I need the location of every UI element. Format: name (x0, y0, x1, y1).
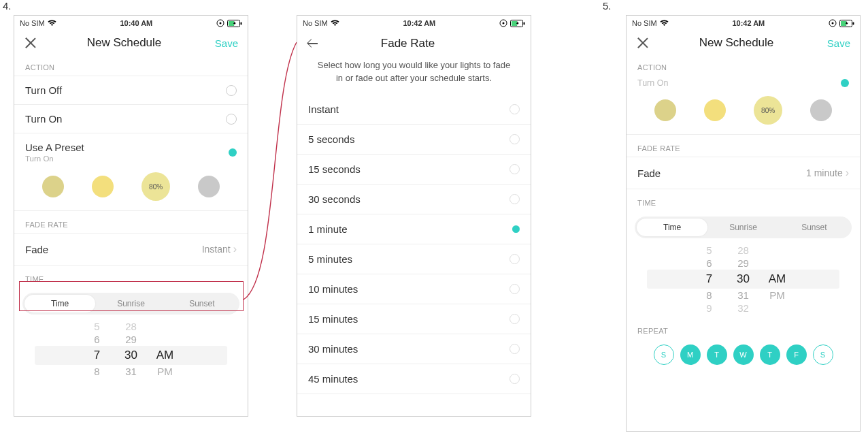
fade-option-row[interactable]: 1 minute (297, 214, 531, 244)
repeat-day[interactable]: W (733, 344, 754, 365)
fade-option-row[interactable]: 45 minutes (297, 364, 531, 394)
preset-color-swatch-selected[interactable]: 80% (141, 172, 170, 201)
repeat-day[interactable]: T (760, 344, 780, 365)
battery-icon (839, 20, 854, 27)
battery-icon (510, 20, 525, 27)
action-turn-on-row[interactable]: Turn On (627, 73, 860, 89)
radio-unselected-icon (510, 344, 520, 354)
svg-point-6 (502, 22, 504, 25)
repeat-day[interactable]: S (654, 344, 674, 365)
fade-option-row[interactable]: 15 minutes (297, 304, 531, 334)
step-number: 5. (603, 0, 612, 12)
section-label-time: TIME (627, 189, 860, 211)
preset-color-swatch[interactable] (198, 176, 220, 197)
fade-option-label: 5 seconds (308, 133, 354, 145)
fade-option-label: 5 minutes (308, 253, 352, 265)
radio-unselected-icon (510, 374, 520, 384)
status-bar: No SIM 10:42 AM (297, 16, 531, 29)
save-button[interactable]: Save (211, 37, 238, 49)
section-label-repeat: REPEAT (627, 317, 860, 339)
fade-row[interactable]: Fade Instant› (14, 233, 248, 266)
fade-option-row[interactable]: 5 seconds (297, 125, 531, 155)
preset-color-swatch[interactable] (42, 176, 64, 197)
fade-label: Fade (637, 167, 661, 179)
fade-option-row[interactable]: 30 seconds (297, 185, 531, 214)
back-arrow-icon[interactable] (307, 36, 322, 51)
row-label: Turn On (637, 78, 668, 88)
svg-rect-8 (512, 21, 517, 26)
svg-rect-9 (523, 22, 524, 25)
row-label: Use A Preset (25, 142, 84, 153)
time-picker[interactable]: 528 629 730AM 831PM (14, 320, 248, 381)
section-label-fade: FADE RATE (14, 211, 248, 233)
repeat-day[interactable]: M (680, 344, 701, 365)
fade-option-row[interactable]: 15 seconds (297, 155, 531, 185)
section-label-action: ACTION (627, 54, 860, 73)
radio-selected-icon (841, 79, 849, 87)
radio-selected-icon (229, 148, 237, 157)
time-tab-sunset[interactable]: Sunset (167, 295, 237, 312)
page-title: New Schedule (650, 36, 823, 50)
radio-unselected-icon (510, 284, 520, 294)
orientation-lock-icon (829, 19, 837, 27)
row-sublabel: Turn On (25, 155, 84, 163)
repeat-days: SMTWTFS (627, 339, 860, 372)
save-button[interactable]: Save (823, 37, 850, 49)
repeat-day[interactable]: S (813, 344, 833, 365)
fade-option-label: 30 seconds (308, 193, 361, 205)
preset-color-swatch[interactable] (92, 176, 114, 197)
section-label-time: TIME (14, 266, 248, 287)
orientation-lock-icon (499, 19, 507, 27)
status-bar: No SIM 10:42 AM (627, 16, 860, 29)
time-tabs: Time Sunrise Sunset (22, 293, 239, 315)
time-tab-sunrise[interactable]: Sunrise (95, 295, 166, 312)
close-icon[interactable] (636, 36, 650, 50)
radio-unselected-icon (510, 164, 520, 174)
fade-option-row[interactable]: 5 minutes (297, 244, 531, 274)
fade-option-row[interactable]: 30 minutes (297, 334, 531, 364)
carrier-text: No SIM (20, 19, 45, 27)
svg-point-1 (219, 22, 221, 25)
preset-color-swatch[interactable] (654, 99, 676, 121)
time-tab-sunset[interactable]: Sunset (779, 219, 850, 236)
fade-row[interactable]: Fade 1 minute› (627, 157, 860, 189)
nav-bar: New Schedule Save (627, 29, 860, 54)
radio-unselected-icon (226, 114, 237, 125)
phone-screen-3: No SIM 10:42 AM New Schedule Save ACTION… (626, 15, 861, 432)
page-title: New Schedule (37, 36, 211, 50)
preset-color-swatch[interactable] (704, 99, 726, 121)
fade-option-label: 30 minutes (308, 343, 358, 355)
fade-option-row[interactable]: 10 minutes (297, 274, 531, 304)
close-icon[interactable] (24, 36, 37, 50)
repeat-day[interactable]: T (707, 344, 727, 365)
time-picker[interactable]: 528 629 730AM 831PM 932 (627, 244, 860, 317)
fade-option-label: Instant (308, 103, 339, 115)
preset-swatches: 80% (14, 165, 248, 211)
fade-option-label: 15 seconds (308, 163, 361, 175)
row-label: Turn Off (25, 84, 62, 96)
carrier-text: No SIM (632, 19, 657, 27)
fade-value: Instant (202, 244, 231, 255)
wifi-icon (660, 20, 669, 27)
fade-option-row[interactable]: Instant (297, 95, 531, 125)
row-label: Turn On (25, 113, 62, 125)
radio-unselected-icon (510, 194, 520, 204)
swatch-percent: 80% (761, 107, 775, 114)
radio-unselected-icon (226, 85, 237, 96)
chevron-right-icon: › (233, 243, 237, 255)
action-turn-on[interactable]: Turn On (14, 105, 248, 133)
time-tabs: Time Sunrise Sunset (635, 216, 852, 238)
time-tab-sunrise[interactable]: Sunrise (707, 219, 778, 236)
preset-color-swatch-selected[interactable]: 80% (754, 96, 782, 125)
svg-point-11 (831, 22, 833, 25)
time-tab-time[interactable]: Time (637, 219, 707, 236)
action-turn-off[interactable]: Turn Off (14, 76, 248, 105)
nav-bar: New Schedule Save (14, 29, 248, 54)
repeat-day[interactable]: F (786, 344, 807, 365)
time-tab-time[interactable]: Time (24, 295, 95, 312)
section-label-fade: FADE RATE (627, 135, 860, 157)
preset-swatches: 80% (627, 89, 860, 135)
preset-color-swatch[interactable] (810, 99, 832, 121)
action-use-preset[interactable]: Use A Preset Turn On (14, 133, 248, 165)
svg-rect-4 (240, 22, 241, 25)
